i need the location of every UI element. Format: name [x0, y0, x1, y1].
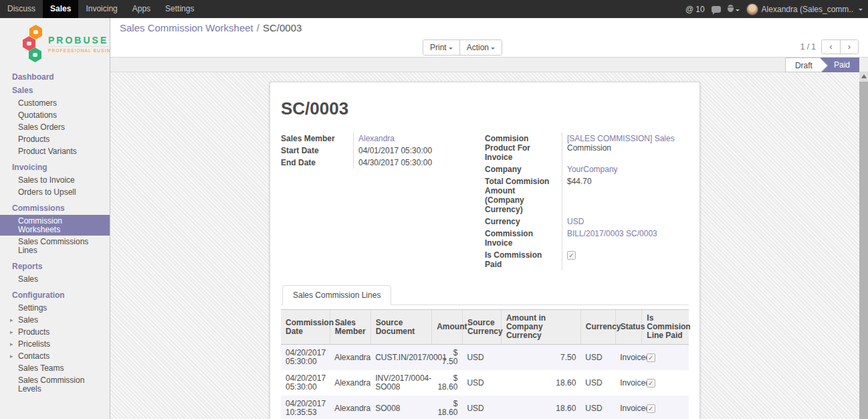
column-header-amount-company-currency[interactable]: Amount in Company Currency: [501, 310, 580, 345]
user-avatar: [746, 3, 758, 15]
field-value-company[interactable]: YourCompany: [567, 165, 618, 174]
pager-next-button[interactable]: ›: [840, 40, 858, 54]
column-header-source-document[interactable]: Source Document: [370, 310, 432, 345]
field-label-company: Company: [485, 163, 562, 175]
table-row[interactable]: 04/20/2017 10:35:53 Alexandra SO008 $ 18…: [281, 396, 689, 419]
sidebar-item-sales-orders[interactable]: Sales Orders: [0, 121, 110, 133]
sidebar-item-sales-commission-levels[interactable]: Sales Commission Levels: [0, 374, 110, 395]
field-label-end-date: End Date: [281, 157, 353, 169]
cell-source-document: SO008: [370, 396, 432, 419]
mentions-counter[interactable]: @ 10: [685, 5, 705, 14]
sidebar-item-commission-worksheets[interactable]: Commission Worksheets: [0, 215, 110, 236]
sidebar-item-orders-to-upsell[interactable]: Orders to Upsell: [0, 186, 110, 198]
breadcrumb-parent-link[interactable]: Sales Commission Worksheet: [120, 22, 253, 33]
nav-item-settings[interactable]: Settings: [158, 0, 201, 18]
sidebar-item-product-variants[interactable]: Product Variants: [0, 145, 110, 157]
sidebar-section-sales[interactable]: Sales: [0, 84, 110, 97]
chat-bubble-icon[interactable]: [712, 6, 721, 13]
hexagon-orange-icon: [29, 25, 42, 39]
sidebar-item-dashboard[interactable]: Dashboard: [0, 70, 110, 84]
pager-previous-button[interactable]: ‹: [822, 40, 840, 54]
table-row[interactable]: 04/20/2017 05:30:00 Alexandra CUST.IN/20…: [281, 345, 689, 371]
sidebar-item-quotations[interactable]: Quotations: [0, 109, 110, 121]
cell-line-paid: ✓: [642, 396, 689, 419]
nav-item-apps[interactable]: Apps: [125, 0, 158, 18]
sidebar-item-sales-commissions-lines[interactable]: Sales Commissions Lines: [0, 236, 110, 256]
pager-buttons: ‹ ›: [821, 39, 859, 54]
scrollbar-thumb[interactable]: [859, 82, 868, 419]
sidebar-item-config-sales[interactable]: ▸Sales: [0, 314, 110, 326]
user-name: Alexandra (Sales_comm..: [762, 5, 853, 14]
sidebar-section-configuration[interactable]: Configuration: [0, 288, 110, 302]
status-step-draft[interactable]: Draft: [785, 58, 821, 72]
cell-currency: USD: [580, 345, 615, 371]
field-label-sales-member: Sales Member: [281, 133, 353, 145]
cell-sales-member: Alexandra: [330, 345, 370, 371]
sidebar-nav: Dashboard Sales Customers Quotations Sal…: [0, 70, 110, 402]
field-value-end-date: 04/30/2017 05:30:00: [353, 157, 485, 169]
checkmark-icon: ✓: [568, 252, 574, 259]
nav-item-sales[interactable]: Sales: [43, 0, 78, 18]
scrollbar-up-arrow[interactable]: [859, 72, 868, 82]
commission-product-rest: Commission: [567, 143, 611, 153]
control-panel: Print Action 1 / 1 ‹ ›: [110, 37, 868, 58]
vertical-scrollbar[interactable]: [859, 72, 868, 419]
cell-line-paid: ✓: [642, 370, 689, 396]
print-button-label: Print: [430, 43, 447, 52]
sidebar-item-sales-teams[interactable]: Sales Teams: [0, 362, 110, 374]
column-header-source-currency[interactable]: Source Currency: [462, 310, 501, 345]
top-nav-menu: Discuss Sales Invoicing Apps Settings: [0, 0, 201, 18]
column-header-commission-date[interactable]: Commission Date: [281, 310, 330, 345]
mention-count: 10: [695, 5, 704, 14]
field-value-commission-invoice[interactable]: BILL/2017/0003 SC/0003: [567, 229, 657, 238]
print-button[interactable]: Print: [423, 40, 459, 55]
user-menu[interactable]: Alexandra (Sales_comm..: [746, 3, 863, 15]
cell-source-document: INV/2017/0004-SO008: [370, 370, 432, 396]
cell-source-currency: USD: [462, 345, 501, 371]
systray: @ 10 Alexandra (Sales_comm..: [685, 0, 868, 18]
sidebar-item-config-products[interactable]: ▸Products: [0, 326, 110, 338]
expand-arrow-icon: ▸: [10, 352, 18, 361]
table-row[interactable]: 04/20/2017 05:30:00 Alexandra INV/2017/0…: [281, 370, 689, 396]
sidebar-item-sales-to-invoice[interactable]: Sales to Invoice: [0, 174, 110, 186]
cell-status: Invoiced: [615, 370, 642, 396]
field-label-is-commission-paid: Is Commission Paid: [485, 249, 562, 270]
column-header-sales-member[interactable]: Sales Member: [330, 310, 370, 345]
app-logo: PROBUSE PROFESSIONAL BUSINESS: [0, 18, 110, 70]
cell-status: Invoiced: [615, 396, 642, 419]
cell-source-currency: USD: [462, 396, 501, 419]
sidebar-item-reports-sales[interactable]: Sales: [0, 273, 110, 285]
sidebar-section-invoicing[interactable]: Invoicing: [0, 161, 110, 174]
cell-amount: $ 18.60: [432, 396, 463, 419]
debug-menu[interactable]: [728, 5, 740, 14]
column-header-is-commission-line-paid[interactable]: Is Commision Line Paid: [642, 310, 689, 345]
nav-item-discuss[interactable]: Discuss: [0, 0, 43, 18]
action-button[interactable]: Action: [459, 40, 502, 55]
status-steps: Draft Paid: [785, 58, 859, 72]
nav-item-invoicing[interactable]: Invoicing: [78, 0, 124, 18]
cell-amount-company: 18.60: [501, 370, 580, 396]
action-button-label: Action: [467, 43, 489, 52]
record-title: SC/0003: [281, 98, 689, 119]
sidebar-section-commissions[interactable]: Commissions: [0, 201, 110, 215]
sidebar-item-config-pricelists[interactable]: ▸Pricelists: [0, 338, 110, 350]
checkmark-icon: ✓: [648, 405, 653, 412]
column-header-currency[interactable]: Currency: [580, 310, 615, 345]
field-value-currency[interactable]: USD: [567, 217, 584, 226]
expand-arrow-icon: ▸: [10, 340, 18, 349]
table-header-row: Commission Date Sales Member Source Docu…: [281, 310, 689, 345]
sidebar-item-settings[interactable]: Settings: [0, 302, 110, 314]
sidebar-item-customers[interactable]: Customers: [0, 97, 110, 109]
tab-sales-commission-lines[interactable]: Sales Commission Lines: [282, 285, 391, 305]
cell-currency: USD: [580, 396, 615, 419]
top-nav: Discuss Sales Invoicing Apps Settings @ …: [0, 0, 868, 18]
field-value-sales-member[interactable]: Alexandra: [358, 134, 395, 143]
field-label-commission-invoice: Commission Invoice: [485, 228, 562, 249]
form-view-background: SC/0003 Sales Member Alexandra Start Dat…: [110, 72, 868, 419]
commission-product-link[interactable]: [SALES COMMISSION] Sales: [567, 134, 675, 143]
sidebar-item-products[interactable]: Products: [0, 133, 110, 145]
cell-amount-company: 7.50: [501, 345, 580, 371]
sidebar-section-reports[interactable]: Reports: [0, 260, 110, 273]
column-header-amount[interactable]: Amount: [432, 310, 463, 345]
sidebar-item-config-contacts[interactable]: ▸Contacts: [0, 350, 110, 362]
